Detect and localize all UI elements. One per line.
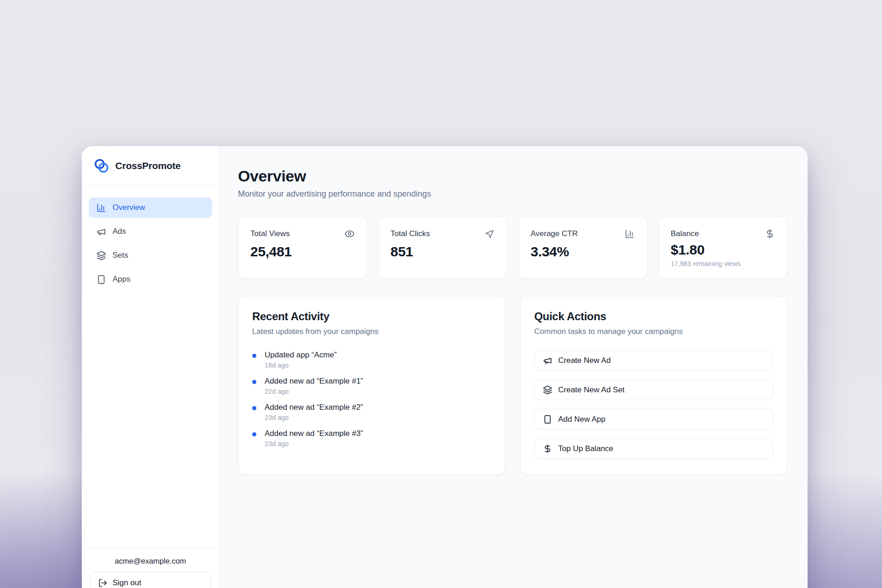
stats-row: Total Views 25,481 Total Clicks 851 Aver… — [238, 216, 787, 279]
sidebar-item-ads[interactable]: Ads — [89, 221, 212, 242]
sign-out-button[interactable]: Sign out — [90, 572, 211, 588]
user-email: acme@example.com — [90, 557, 211, 565]
megaphone-icon — [543, 356, 552, 365]
quick-actions-title: Quick Actions — [534, 310, 773, 323]
sidebar-item-label: Ads — [113, 227, 126, 236]
eye-icon — [345, 229, 355, 239]
app-window: CrossPromote Overview Ads Sets Apps acme… — [82, 146, 808, 588]
sidebar-item-label: Sets — [113, 251, 128, 260]
action-label: Top Up Balance — [558, 444, 613, 453]
bar-chart-icon — [96, 203, 106, 213]
layers-icon — [96, 251, 106, 260]
sidebar: CrossPromote Overview Ads Sets Apps acme… — [82, 146, 220, 588]
recent-activity-title: Recent Activity — [252, 310, 491, 323]
megaphone-icon — [96, 227, 106, 237]
action-label: Create New Ad — [558, 356, 611, 365]
sidebar-item-apps[interactable]: Apps — [89, 269, 212, 289]
add-new-app-button[interactable]: Add New App — [534, 409, 773, 430]
sidebar-item-sets[interactable]: Sets — [89, 245, 212, 266]
dollar-icon — [765, 229, 775, 239]
quick-actions-list: Create New Ad Create New Ad Set Add New … — [534, 350, 773, 459]
activity-time: 23d ago — [265, 414, 363, 421]
stat-note: 17,983 remaining views — [671, 260, 775, 267]
sidebar-footer: acme@example.com Sign out — [82, 547, 219, 588]
activity-item: Added new ad “Example #2” 23d ago — [252, 403, 491, 421]
stat-card-balance: Balance $1.80 17,983 remaining views — [658, 216, 787, 279]
activity-list: Updated app “Acme” 18d ago Added new ad … — [252, 351, 491, 447]
desktop-background: { "app": { "name": "CrossPromote" }, "si… — [0, 0, 882, 588]
activity-text: Added new ad “Example #2” — [265, 403, 363, 412]
activity-time: 18d ago — [265, 362, 337, 369]
bar-chart-icon — [625, 229, 635, 239]
top-up-balance-button[interactable]: Top Up Balance — [534, 438, 773, 459]
cursor-icon — [485, 229, 495, 239]
stat-label: Total Views — [250, 229, 290, 238]
smartphone-icon — [543, 415, 552, 424]
create-new-ad-button[interactable]: Create New Ad — [534, 350, 773, 371]
stat-card-average-ctr: Average CTR 3.34% — [518, 216, 647, 279]
dollar-icon — [543, 444, 552, 453]
page-title: Overview — [238, 167, 787, 185]
stat-label: Balance — [671, 229, 699, 238]
sign-out-label: Sign out — [113, 578, 141, 588]
activity-text: Added new ad “Example #3” — [265, 429, 363, 438]
app-title: CrossPromote — [115, 160, 181, 171]
layers-icon — [543, 385, 552, 395]
quick-actions-subtitle: Common tasks to manage your campaigns — [534, 327, 773, 336]
sidebar-nav: Overview Ads Sets Apps — [82, 186, 219, 289]
main-content: Overview Monitor your advertising perfor… — [220, 146, 808, 588]
sidebar-item-label: Apps — [113, 275, 130, 284]
stat-value: 3.34% — [531, 244, 635, 260]
activity-time: 23d ago — [265, 440, 363, 447]
sidebar-item-overview[interactable]: Overview — [89, 198, 212, 218]
sidebar-item-label: Overview — [113, 203, 145, 212]
sidebar-header: CrossPromote — [82, 146, 219, 186]
activity-item: Added new ad “Example #3” 23d ago — [252, 429, 491, 447]
bullet-dot-icon — [252, 432, 256, 436]
stat-value: 25,481 — [250, 244, 355, 260]
activity-time: 22d ago — [265, 388, 363, 395]
bullet-dot-icon — [252, 354, 256, 358]
activity-item: Added new ad “Example #1” 22d ago — [252, 377, 491, 395]
quick-actions-panel: Quick Actions Common tasks to manage you… — [520, 296, 787, 475]
smartphone-icon — [96, 275, 106, 284]
recent-activity-panel: Recent Activity Latest updates from your… — [238, 296, 505, 475]
activity-text: Updated app “Acme” — [265, 351, 337, 360]
create-new-ad-set-button[interactable]: Create New Ad Set — [534, 379, 773, 400]
bottom-row: Recent Activity Latest updates from your… — [238, 296, 787, 475]
crosspromote-logo-icon — [94, 158, 109, 174]
stat-value: 851 — [390, 244, 495, 260]
stat-value: $1.80 — [671, 242, 775, 258]
stat-card-total-clicks: Total Clicks 851 — [378, 216, 507, 279]
page-subtitle: Monitor your advertising performance and… — [238, 189, 787, 199]
log-out-icon — [98, 578, 107, 588]
activity-text: Added new ad “Example #1” — [265, 377, 363, 386]
bullet-dot-icon — [252, 406, 256, 410]
stat-label: Total Clicks — [390, 229, 430, 238]
stat-label: Average CTR — [531, 229, 578, 238]
action-label: Add New App — [558, 415, 605, 424]
stat-card-total-views: Total Views 25,481 — [238, 216, 367, 279]
recent-activity-subtitle: Latest updates from your campaigns — [252, 327, 491, 336]
bullet-dot-icon — [252, 380, 256, 384]
action-label: Create New Ad Set — [558, 385, 625, 395]
activity-item: Updated app “Acme” 18d ago — [252, 351, 491, 369]
